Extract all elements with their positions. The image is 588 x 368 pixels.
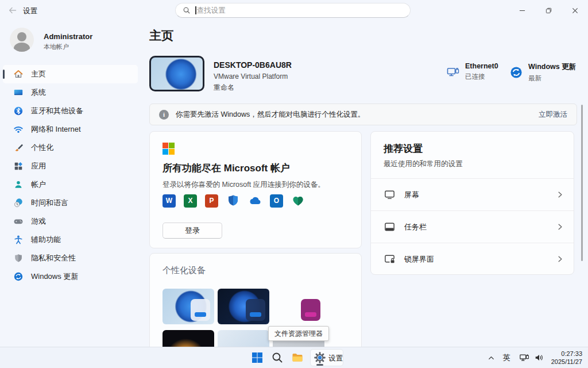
tray-network-icon[interactable] <box>519 352 529 363</box>
text-caret <box>195 6 196 14</box>
settings-gear-icon <box>314 351 326 364</box>
gaming-icon <box>13 216 24 227</box>
ms-card-title: 所有功能尽在 Microsoft 帐户 <box>163 162 290 175</box>
update-title: Windows 更新 <box>528 62 576 72</box>
windows-update-status[interactable]: Windows 更新最新 <box>509 62 576 83</box>
ms-app-icons: WXPO <box>163 194 305 208</box>
theme-preview-overlay <box>301 299 320 321</box>
recommended-settings-card: 推荐设置 最近使用的和常用的设置 屏幕任务栏锁屏界面 <box>370 131 574 275</box>
page-title: 主页 <box>149 28 173 44</box>
taskbar-search-icon[interactable] <box>271 351 284 364</box>
sidebar: Administrator 本地帐户 主页系统蓝牙和其他设备网络和 Intern… <box>0 21 144 347</box>
settings-window: 设置 查找设置 Administrator 本地帐户 主页系统蓝牙和其他设备网络… <box>0 0 588 368</box>
sign-in-button[interactable]: 登录 <box>163 223 222 239</box>
date: 2025/11/27 <box>551 358 582 366</box>
recommended-row-label: 锁屏界面 <box>404 254 434 264</box>
chevron-right-icon <box>556 223 564 231</box>
display-icon <box>384 189 396 201</box>
device-name: DESKTOP-0B6AU8R <box>214 60 292 70</box>
sidebar-item-network[interactable]: 网络和 Internet <box>3 120 138 139</box>
hidden-icons-chevron[interactable] <box>488 354 495 362</box>
avatar[interactable] <box>10 28 34 52</box>
accounts-icon <box>13 179 24 190</box>
main-content: 主页 DESKTOP-0B6AU8R VMware Virtual Platfo… <box>144 21 588 347</box>
sidebar-item-label: 蓝牙和其他设备 <box>31 106 83 116</box>
ethernet-status[interactable]: Ethernet0已连接 <box>446 62 498 81</box>
sidebar-item-label: 应用 <box>31 161 46 171</box>
sidebar-nav: 主页系统蓝牙和其他设备网络和 Internet个性化应用帐户时间和语言游戏辅助功… <box>3 65 138 286</box>
tray-volume-icon[interactable] <box>534 352 544 363</box>
recommended-row-display[interactable]: 屏幕 <box>371 178 574 210</box>
theme-thumbnail-flower-dark[interactable] <box>163 330 214 347</box>
sidebar-item-label: 网络和 Internet <box>31 124 81 135</box>
system-icon <box>13 87 24 98</box>
minimize-button[interactable] <box>509 0 535 21</box>
word-icon: W <box>163 194 176 208</box>
account-type: 本地帐户 <box>44 43 69 51</box>
recommended-row-taskbar[interactable]: 任务栏 <box>371 210 574 243</box>
defender-icon <box>226 194 240 208</box>
time-icon <box>13 198 24 208</box>
back-icon[interactable] <box>8 6 17 15</box>
taskbar: 设置 英 0:27:33 2025/11/27 <box>0 347 588 368</box>
sidebar-item-accounts[interactable]: 帐户 <box>3 175 138 194</box>
info-icon: i <box>159 110 169 120</box>
restore-button[interactable] <box>535 0 562 21</box>
outlook-icon: O <box>270 194 283 208</box>
activation-message: 你需要先激活 Windows，然后才能对电脑进行个性化设置。 <box>176 110 365 120</box>
window-controls <box>509 0 588 21</box>
update-icon <box>13 271 24 282</box>
sidebar-item-accessibility[interactable]: 辅助功能 <box>3 231 138 249</box>
sidebar-item-label: 时间和语言 <box>31 198 68 208</box>
recommended-row-label: 任务栏 <box>404 222 427 232</box>
sidebar-item-system[interactable]: 系统 <box>3 83 138 102</box>
close-button[interactable] <box>562 0 588 21</box>
theme-thumbnail-bloom-dark[interactable] <box>218 289 269 324</box>
sidebar-item-update[interactable]: Windows 更新 <box>3 267 138 286</box>
theme-thumbnail-light-blue[interactable] <box>218 330 269 347</box>
sidebar-item-privacy[interactable]: 隐私和安全性 <box>3 249 138 267</box>
tooltip: 文件资源管理器 <box>268 326 329 341</box>
sidebar-item-gaming[interactable]: 游戏 <box>3 212 138 231</box>
powerpoint-icon: P <box>205 194 218 208</box>
ms-card-subtitle: 登录以将你喜爱的 Microsoft 应用连接到你的设备。 <box>163 180 325 190</box>
clock[interactable]: 0:27:33 2025/11/27 <box>551 350 582 366</box>
search-input[interactable]: 查找设置 <box>175 3 411 18</box>
activate-now-link[interactable]: 立即激活 <box>539 110 567 120</box>
taskbar-settings-button[interactable]: 设置 <box>310 349 343 366</box>
sidebar-item-time[interactable]: 时间和语言 <box>3 194 138 212</box>
ethernet-title: Ethernet0 <box>465 62 498 70</box>
scrollbar[interactable] <box>581 105 583 261</box>
sidebar-item-apps[interactable]: 应用 <box>3 157 138 175</box>
account-name[interactable]: Administrator <box>44 32 92 41</box>
sidebar-item-label: Windows 更新 <box>31 271 78 282</box>
bluetooth-icon <box>13 106 24 116</box>
sidebar-item-label: 主页 <box>31 69 46 79</box>
active-app-indicator <box>316 364 323 366</box>
rename-button[interactable]: 重命名 <box>214 83 234 93</box>
input-language-indicator[interactable]: 英 <box>503 352 510 363</box>
personalize-card: 个性化设备 <box>149 253 362 347</box>
start-button[interactable] <box>251 351 264 364</box>
titlebar: 设置 查找设置 <box>0 0 588 21</box>
device-model: VMware Virtual Platform <box>214 72 288 80</box>
sidebar-item-label: 个性化 <box>31 143 53 153</box>
excel-icon: X <box>184 194 197 208</box>
device-thumbnail <box>149 56 204 91</box>
ethernet-icon <box>446 66 460 79</box>
sidebar-item-bluetooth[interactable]: 蓝牙和其他设备 <box>3 102 138 120</box>
recommended-row-lock[interactable]: 锁屏界面 <box>371 243 574 275</box>
file-explorer-icon[interactable] <box>291 351 304 364</box>
time: 0:27:33 <box>551 350 582 358</box>
sidebar-item-personalization[interactable]: 个性化 <box>3 139 138 157</box>
theme-thumbnail-glow-purple[interactable] <box>273 289 324 324</box>
personalize-title: 个性化设备 <box>163 265 206 276</box>
sidebar-item-home[interactable]: 主页 <box>3 65 138 83</box>
theme-thumbnail-bloom-light[interactable] <box>163 289 214 324</box>
theme-preview-overlay <box>246 299 265 321</box>
avatar-body-icon <box>14 43 30 52</box>
search-icon <box>183 6 191 14</box>
search-placeholder: 查找设置 <box>197 6 226 16</box>
lock-icon <box>384 253 396 265</box>
onedrive-icon <box>248 194 262 208</box>
